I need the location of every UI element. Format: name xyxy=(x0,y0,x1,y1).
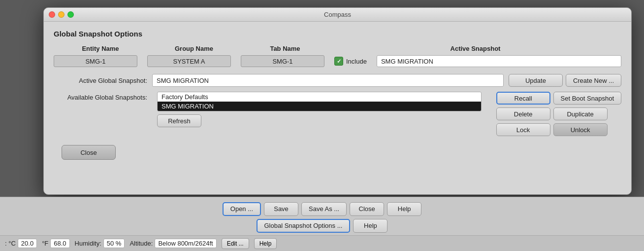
toolbar-save-as-button[interactable]: Save As ... xyxy=(301,202,347,216)
toolbar-save-button[interactable]: Save xyxy=(264,202,298,216)
snapshots-list[interactable]: Factory Defaults SMG MIGRATION xyxy=(157,92,482,111)
recall-button[interactable]: Recall xyxy=(496,92,550,105)
edit-button[interactable]: Edit ... xyxy=(222,238,249,249)
fahrenheit-value: 68.0 xyxy=(50,239,69,248)
duplicate-button[interactable]: Duplicate xyxy=(553,108,608,120)
toolbar-row1: Open ... Save Save As ... Close Help xyxy=(223,197,421,219)
humidity-label: Humidity: xyxy=(75,240,101,247)
humidity-item: Humidity: 50 % xyxy=(75,239,125,248)
unlock-button[interactable]: Unlock xyxy=(553,123,608,136)
toolbar-global-snapshot-options-button[interactable]: Global Snapshot Options ... xyxy=(257,219,351,233)
status-help-button[interactable]: Help xyxy=(254,238,277,249)
title-bar-buttons xyxy=(49,11,74,18)
close-button-titlebar[interactable] xyxy=(49,11,55,18)
update-button[interactable]: Update xyxy=(509,74,563,87)
include-checkbox[interactable]: ✓ xyxy=(334,57,343,66)
minimize-button-titlebar[interactable] xyxy=(58,11,64,18)
col-header-active: Active Snapshot xyxy=(329,45,621,52)
ags-label: Active Global Snapshot: xyxy=(54,77,152,84)
close-modal-button[interactable]: Close xyxy=(62,145,116,160)
title-bar: Compass xyxy=(44,8,631,22)
col-header-group: Group Name xyxy=(147,45,241,52)
maximize-button-titlebar[interactable] xyxy=(67,11,74,18)
bottom-toolbar: Open ... Save Save As ... Close Help Glo… xyxy=(0,197,644,235)
ags-row: Active Global Snapshot: SMG MIGRATION Up… xyxy=(54,74,621,87)
toolbar-close-button[interactable]: Close xyxy=(350,202,384,216)
altitude-label: Altitude: xyxy=(129,240,153,247)
list-item[interactable]: Factory Defaults xyxy=(158,92,481,102)
toolbar-open-button[interactable]: Open ... xyxy=(223,202,261,216)
entity-row: SMG-1 SYSTEM A SMG-1 ✓ Include SMG MIGRA… xyxy=(54,55,621,67)
col-header-entity: Entity Name xyxy=(54,45,147,52)
delete-button[interactable]: Delete xyxy=(496,108,550,120)
tab-name-cell: SMG-1 xyxy=(241,55,324,67)
active-snapshot-inline: SMG MIGRATION xyxy=(377,55,621,67)
status-bar: : °C 20.0 °F 68.0 Humidity: 50 % Altitud… xyxy=(0,235,644,251)
include-label: Include xyxy=(346,58,367,65)
toolbar-row2: Global Snapshot Options ... Help xyxy=(257,219,388,236)
column-headers: Entity Name Group Name Tab Name Active S… xyxy=(54,45,621,52)
fahrenheit-label: °F xyxy=(42,240,48,247)
close-area: Close xyxy=(54,145,621,160)
avail-row: Available Global Snapshots: Factory Defa… xyxy=(54,92,621,136)
avail-label: Available Global Snapshots: xyxy=(54,92,152,101)
modal-window: Compass Global Snapshot Options Entity N… xyxy=(43,7,632,195)
include-area: ✓ Include xyxy=(334,57,367,66)
fahrenheit-item: °F 68.0 xyxy=(42,239,69,248)
create-new-button[interactable]: Create New ... xyxy=(566,74,621,87)
modal-content: Global Snapshot Options Entity Name Grou… xyxy=(44,22,631,168)
ags-input[interactable]: SMG MIGRATION xyxy=(152,74,504,87)
col-header-tab: Tab Name xyxy=(241,45,329,52)
toolbar-help-button[interactable]: Help xyxy=(387,202,421,216)
window-title: Compass xyxy=(324,11,351,18)
celsius-value: 20.0 xyxy=(18,239,37,248)
refresh-area: Refresh xyxy=(157,114,486,127)
set-boot-snapshot-button[interactable]: Set Boot Snapshot xyxy=(553,92,621,105)
list-item-selected[interactable]: SMG MIGRATION xyxy=(158,102,481,111)
altitude-value: Below 800m/2624ft xyxy=(155,239,216,248)
celsius-item: : °C 20.0 xyxy=(5,239,37,248)
altitude-item: Altitude: Below 800m/2624ft xyxy=(129,239,216,248)
modal-heading: Global Snapshot Options xyxy=(54,30,621,38)
celsius-label: : °C xyxy=(5,240,16,247)
humidity-value: 50 % xyxy=(103,239,125,248)
toolbar-row2-help-button[interactable]: Help xyxy=(353,219,387,233)
entity-name-cell: SMG-1 xyxy=(54,55,137,67)
refresh-button[interactable]: Refresh xyxy=(157,114,201,127)
lock-button[interactable]: Lock xyxy=(496,123,550,136)
group-name-cell: SYSTEM A xyxy=(147,55,231,67)
check-icon: ✓ xyxy=(337,58,341,65)
